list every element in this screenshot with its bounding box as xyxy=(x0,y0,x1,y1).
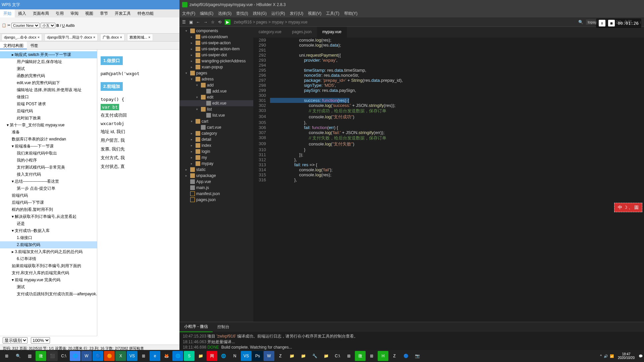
tree-wangding-pickerAddress[interactable]: ▸wangding-pickerAddress xyxy=(179,58,253,64)
outline-item[interactable]: 后端代码---下节课 xyxy=(0,199,97,206)
doc-tab[interactable]: django我学习...用这个.docx × xyxy=(45,34,98,41)
outline-item[interactable]: 接入支付代码 xyxy=(0,171,97,178)
taskbar-app[interactable]: 🔵 xyxy=(400,351,411,361)
outline-item[interactable]: 6.订单详情 xyxy=(0,255,97,262)
taskbar-app[interactable]: W xyxy=(81,351,92,361)
search-icon[interactable]: 🔍 xyxy=(578,20,583,24)
terminal-icon[interactable]: ▣ xyxy=(189,20,193,24)
tree-uni-swiper-dot[interactable]: ▸uni-swiper-dot xyxy=(179,52,253,58)
outline-item[interactable]: 如果前端获取不到订单编号,则用下面的 xyxy=(0,262,97,269)
taskbar-app[interactable]: 🔵 xyxy=(93,351,103,361)
menu-item[interactable]: 运行(R) xyxy=(271,11,285,16)
tree-pages[interactable]: ▾pages xyxy=(179,70,253,76)
taskbar-app[interactable]: 🌐 xyxy=(218,351,229,361)
taskbar-app[interactable]: 网 xyxy=(207,351,217,361)
taskbar-app[interactable]: ⊞ xyxy=(366,351,377,361)
menu-item[interactable]: 发行(U) xyxy=(290,11,304,16)
outline-item[interactable]: ▾ 支付成功--数据入库 xyxy=(0,227,97,234)
outline-item[interactable]: 前端代码 xyxy=(0,192,97,199)
taskbar-clock[interactable]: 18:472020/10/20 xyxy=(616,352,637,360)
outline-item[interactable]: 测试 xyxy=(0,65,97,72)
doc-tab[interactable]: 雅雅闻城... × xyxy=(127,34,153,41)
menu-item[interactable]: 编辑(E) xyxy=(200,11,213,16)
code-editor[interactable]: 289 console.log(res);290 console.log(res… xyxy=(253,38,644,322)
tab-bookmarks[interactable]: 书签 xyxy=(27,42,42,49)
tray-chevron-icon[interactable]: ^ xyxy=(600,354,602,358)
taskbar-app[interactable]: Z xyxy=(389,351,400,361)
tab-miniprogram[interactable]: 小程序 - 微信 xyxy=(179,322,213,332)
tree-edit.vue[interactable]: edit.vue xyxy=(179,100,253,106)
notification-icon[interactable]: 💬 xyxy=(639,354,643,358)
tree-cart[interactable]: ▾cart xyxy=(179,118,253,124)
editor-tab[interactable]: pages.json xyxy=(287,27,317,38)
tree-mypay[interactable]: ▸mypay xyxy=(179,161,253,167)
outline-item[interactable]: 测试 xyxy=(0,284,97,291)
outline-item[interactable]: 第一步 点击-提交订单 xyxy=(0,185,97,192)
zoom-level-select[interactable]: 显示级别 xyxy=(3,337,28,344)
doc-tab[interactable]: 广告.docx × xyxy=(100,34,124,41)
taskbar-app[interactable]: e xyxy=(150,351,160,361)
editor-tab[interactable]: mypay.vue xyxy=(317,27,347,38)
tree-login[interactable]: ▸login xyxy=(179,148,253,155)
taskbar-app[interactable]: N xyxy=(229,351,240,361)
paste-icon[interactable]: 📋 xyxy=(2,23,6,27)
taskbar-app[interactable]: VS xyxy=(241,351,252,361)
tree-pages.json[interactable]: pages.json xyxy=(179,197,253,203)
menu-item[interactable]: 查找(I) xyxy=(236,11,248,16)
outline-item[interactable]: 2.前端加代码 xyxy=(0,241,97,248)
taskbar-app[interactable]: ⊞ xyxy=(138,351,149,361)
zoom-percent-select[interactable]: 100% xyxy=(31,337,50,344)
tree-uni-countdown[interactable]: ▸uni-countdown xyxy=(179,34,253,40)
outline-panel[interactable]: ▸ 响应式 switch 开关-----下一节课用户编辑好之后,保存地址测试函数… xyxy=(0,50,97,345)
tree-static[interactable]: ▸static xyxy=(179,167,253,173)
tree-main.js[interactable]: main.js xyxy=(179,185,253,191)
taskbar-app[interactable]: ⬛ xyxy=(47,351,58,361)
cut-icon[interactable]: ✂ xyxy=(7,23,10,27)
document-area[interactable]: 1.做接口 path(path('wxgot 2.前端加 topay() { v… xyxy=(97,50,179,345)
outline-item[interactable]: edit.vue 的完整代码如下 xyxy=(0,79,97,86)
outline-item[interactable]: 函数的完整代码 xyxy=(0,72,97,79)
outline-item[interactable]: 1.做接口 xyxy=(0,234,97,241)
tree-adress[interactable]: ▾adress xyxy=(179,76,253,82)
ime-indicator[interactable]: 中 ☽ 、 圆 xyxy=(614,203,642,212)
taskbar-app[interactable]: VS xyxy=(127,351,138,361)
search-button[interactable]: 🔍 xyxy=(13,351,23,361)
outline-item[interactable]: 支付成功后跳转到支付成功页面---afterpayok.vue xyxy=(0,291,97,298)
refresh-icon[interactable]: ⟲ xyxy=(218,20,221,24)
tree-my[interactable]: ▸my xyxy=(179,155,253,161)
outline-item[interactable]: ▸ 3.前端加支付入库的代码之后的总代码 xyxy=(0,248,97,255)
tree-detail[interactable]: ▸detail xyxy=(179,136,253,142)
taskview-button[interactable]: ▥ xyxy=(24,351,35,361)
outline-item[interactable]: 做接口 xyxy=(0,94,97,101)
outline-item[interactable]: 编辑地址 选择,并跳转,并使用该 地址 xyxy=(0,86,97,94)
outline-item[interactable]: 框内的别看,暂时用不到 xyxy=(0,206,97,213)
taskbar-app[interactable]: 🌐 xyxy=(172,351,183,361)
outline-item[interactable]: 支付测试模代码---非常完美 xyxy=(0,164,97,171)
outline-item[interactable]: ▾ 前端 mypay.vue 完美代码 xyxy=(0,277,97,284)
taskbar-app[interactable]: 📁 xyxy=(195,351,206,361)
menu-item[interactable]: 跳转(G) xyxy=(253,11,267,16)
start-button[interactable]: ⊞ xyxy=(1,351,12,361)
system-tray[interactable]: ^ 🔊 📶 18:472020/10/20 💬 xyxy=(600,352,643,360)
font-family-select[interactable]: Courier New xyxy=(11,23,40,28)
star-icon[interactable]: ☆ xyxy=(211,20,215,24)
outline-item[interactable]: ▾ 解决获取不到订单编号,从这里看起 xyxy=(0,213,97,220)
forward-icon[interactable]: → xyxy=(204,20,208,24)
outline-item[interactable]: 前端 POST 请求 xyxy=(0,101,97,108)
taskbar-app[interactable]: 🔧 xyxy=(309,351,320,361)
back-icon[interactable]: ← xyxy=(196,20,200,24)
outline-item[interactable]: 我的小程序 xyxy=(0,157,97,164)
outline-item[interactable]: 我们来前端代码中取出 xyxy=(0,150,97,157)
tray-icon[interactable]: 📶 xyxy=(610,354,614,358)
tree-edit[interactable]: ▾edit xyxy=(179,94,253,100)
italic-button[interactable]: I xyxy=(60,23,61,27)
taskbar-app[interactable]: 📁 xyxy=(286,351,297,361)
taskbar-app[interactable]: 🌐 xyxy=(70,351,80,361)
outline-item[interactable]: 用户编辑好之后,保存地址 xyxy=(0,58,97,65)
tree-cart.vue[interactable]: cart.vue xyxy=(179,124,253,130)
bold-button[interactable]: B xyxy=(56,23,59,27)
run-icon[interactable]: ▶ xyxy=(225,19,230,25)
tray-icon[interactable]: 🔊 xyxy=(604,354,608,358)
outline-item[interactable]: ▸ 响应式 switch 开关-----下一节课 xyxy=(0,51,97,58)
menu-插入[interactable]: 插入 xyxy=(15,9,30,17)
